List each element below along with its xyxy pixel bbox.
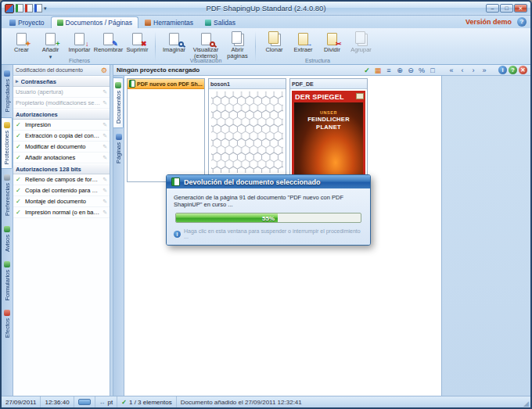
next-page-icon[interactable]: › <box>469 66 478 75</box>
edit-icon[interactable]: ✎ <box>102 133 107 139</box>
quick-access-dropdown-icon[interactable]: ▾ <box>44 5 47 12</box>
estructura-group-label: Estructura <box>256 58 379 63</box>
volcano-image: UNSER FEINDLICHER PLANET <box>294 102 363 178</box>
sidebar-tab-avisos[interactable]: Avisos <box>2 222 13 256</box>
previous-page-icon[interactable]: ‹ <box>458 66 467 75</box>
section-autorizaciones[interactable]: Autorizaciones <box>13 109 110 120</box>
title-bar[interactable]: ▾ PDF ShapingUp Standard (2.4.0.80) – □ … <box>2 2 530 16</box>
dialog-title-bar[interactable]: Devolución del documento seleccionado <box>167 175 370 188</box>
zoom-out-icon[interactable]: ⊖ <box>406 66 415 75</box>
sidebar-tab-propiedades[interactable]: Propiedades <box>2 66 13 116</box>
edit-icon[interactable]: ✎ <box>102 122 107 128</box>
headline-line: UNSER <box>320 110 337 115</box>
importar-button[interactable]: ↓ Importar <box>65 30 94 54</box>
ribbon-group-estructura: Clonar → Extraer ✂ Dividir Agrupar Estru… <box>256 29 379 64</box>
document-thumbnail-2[interactable]: boson1 <box>208 78 286 182</box>
gallery-view-icon[interactable]: ▦ <box>373 66 383 75</box>
row-montaje[interactable]: ✓ Montaje del documento ✎ <box>13 196 110 207</box>
edit-icon[interactable]: ✎ <box>102 89 107 95</box>
suprimir-label: Suprimir <box>127 47 149 53</box>
dialog-note: i Haga clic en esta ventana para suspend… <box>174 228 363 239</box>
zoom-level-icon[interactable]: % <box>417 66 426 75</box>
sidebar-tab-efectos[interactable]: Efectos <box>2 306 13 342</box>
ribbon-group-ficheros: ✦ Crear + Añadir ▾ ↓ Importar ✎ Renombra… <box>3 29 156 64</box>
import-document-icon: ↓ <box>72 31 88 46</box>
close-button[interactable]: ✕ <box>514 4 527 13</box>
visualizar-externo-button[interactable]: Visualizar (externo) <box>189 30 223 61</box>
edit-icon[interactable]: ✎ <box>102 100 107 106</box>
quick-import-icon[interactable] <box>25 4 33 13</box>
row-modificar[interactable]: ✓ Modificar el documento ✎ <box>13 142 110 152</box>
crear-button[interactable]: ✦ Crear <box>7 30 36 54</box>
sidebar-tab-preferencias[interactable]: Preferencias <box>2 170 13 220</box>
edit-icon[interactable]: ✎ <box>102 188 107 194</box>
last-page-icon[interactable]: » <box>480 66 489 75</box>
thumbnail-preview-honeycomb[interactable] <box>209 89 286 181</box>
progress-bar: 55% <box>175 213 361 223</box>
edit-icon[interactable]: ✎ <box>102 144 107 150</box>
anadir-button[interactable]: + Añadir ▾ <box>36 30 65 61</box>
fit-page-icon[interactable]: □ <box>428 66 437 75</box>
tab-proyecto[interactable]: Proyecto <box>4 17 50 28</box>
row-extraccion[interactable]: ✓ Extracción o copia del contenido ✎ <box>13 131 110 142</box>
extraer-label: Extraer <box>293 47 312 53</box>
status-unit[interactable]: ↔ pt <box>95 396 118 407</box>
suprimir-button[interactable]: ✖ Suprimir <box>123 30 152 54</box>
row-impresion[interactable]: ✓ Impresión ✎ <box>13 120 110 131</box>
extraer-button[interactable]: → Extraer <box>289 30 318 54</box>
edit-icon[interactable]: ✎ <box>102 210 107 216</box>
maximize-button[interactable]: □ <box>500 4 513 13</box>
vtab-label: Avisos <box>4 235 11 252</box>
tab-documentos-paginas[interactable]: Documentos / Páginas <box>51 16 139 28</box>
thumbnail-title-label: boson1 <box>210 81 230 87</box>
help-circle-icon[interactable]: ? <box>509 66 517 74</box>
sidebar-tab-formularios[interactable]: Formularios <box>2 257 13 305</box>
minimize-button[interactable]: – <box>486 4 499 13</box>
row-copia-accesibilidad[interactable]: ✓ Copia del contenido para accesibilidad… <box>13 185 110 196</box>
tab-herramientas[interactable]: Herramientas <box>139 17 199 28</box>
dividir-button[interactable]: ✂ Dividir <box>318 30 347 54</box>
check-icon: ✓ <box>16 176 23 183</box>
zoom-in-icon[interactable]: ⊕ <box>395 66 404 75</box>
row-relleno-campos[interactable]: ✓ Relleno de campos de formulario ✎ <box>13 174 110 185</box>
row-impresion-normal[interactable]: ✓ Impresión normal (o en baja resolución… <box>13 207 110 218</box>
first-page-icon[interactable]: « <box>447 66 456 75</box>
gear-icon[interactable]: ⚙ <box>101 66 107 74</box>
quick-open-icon[interactable] <box>34 4 42 13</box>
check-icon: ✓ <box>16 198 23 205</box>
resize-grip[interactable]: ◢ <box>519 396 530 407</box>
tab-paginas[interactable]: Páginas <box>113 130 124 167</box>
row-usuario-apertura[interactable]: Usuario (apertura) ✎ <box>13 87 110 98</box>
edit-icon[interactable]: ✎ <box>102 177 107 183</box>
ribbon-group-visualizacion: Imaginar Visualizar (externo) Abrir pági… <box>156 29 256 64</box>
edit-icon[interactable]: ✎ <box>102 155 107 161</box>
honeycomb-pattern <box>209 89 286 181</box>
renombrar-button[interactable]: ✎ Renombrar <box>94 30 123 54</box>
help-icon[interactable]: ? <box>517 17 527 27</box>
section-contrasenas[interactable]: ▸ Contraseñas <box>13 76 110 87</box>
clonar-button[interactable]: Clonar <box>260 30 289 54</box>
document-thumbnail-1[interactable]: PDF nuevo con PDF Sh... <box>127 78 205 182</box>
info-icon[interactable]: i <box>498 66 507 74</box>
row-propietario[interactable]: Propietario (modificaciones según autori… <box>13 98 110 109</box>
row-anadir-anotaciones[interactable]: ✓ Añadir anotaciones ✎ <box>13 152 110 163</box>
notices-icon <box>4 226 10 232</box>
quick-new-document-icon[interactable] <box>16 4 23 13</box>
abrir-paginas-button[interactable]: Abrir páginas <box>223 30 252 61</box>
error-icon[interactable]: ✕ <box>519 66 527 74</box>
status-date: 27/09/2011 <box>2 396 41 407</box>
sidebar-tab-protecciones[interactable]: Protecciones <box>2 117 13 169</box>
document-thumbnail-3[interactable]: PDF_DE DER SPIEGEL UNSER FEINDLICHE <box>289 78 368 182</box>
thumbnail-preview-magazine[interactable]: DER SPIEGEL UNSER FEINDLICHER PLANET <box>290 89 367 181</box>
validate-all-icon[interactable]: ✓ <box>362 66 372 75</box>
thumbnail-preview-blank[interactable] <box>128 89 204 181</box>
section-autorizaciones-128[interactable]: Autorizaciones 128 bits <box>13 163 110 174</box>
list-view-icon[interactable]: ≡ <box>384 66 394 75</box>
tab-documentos[interactable]: Documentos <box>113 77 124 128</box>
edit-icon[interactable]: ✎ <box>102 199 107 205</box>
imaginar-button[interactable]: Imaginar <box>160 30 189 54</box>
agrupar-button: Agrupar <box>347 30 376 54</box>
app-icon[interactable] <box>5 4 14 13</box>
progress-dialog[interactable]: Devolución del documento seleccionado Ge… <box>166 174 371 246</box>
tab-salidas[interactable]: Salidas <box>200 17 241 28</box>
